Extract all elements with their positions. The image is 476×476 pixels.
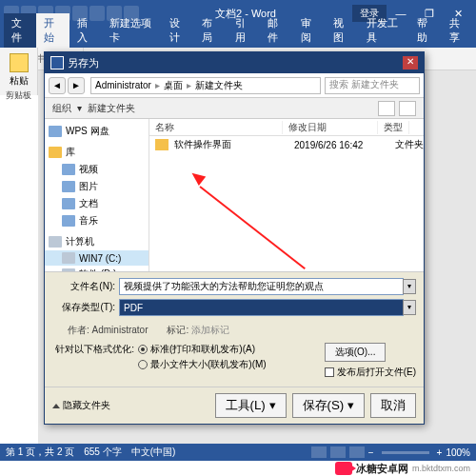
dialog-title: 另存为 (68, 56, 99, 70)
tab-custom[interactable]: 新建选项卡 (102, 13, 161, 48)
checkbox-icon (325, 367, 334, 377)
sidebar-pictures[interactable]: 图片 (45, 178, 149, 195)
filename-input[interactable]: 视频提供了功能强大的方法帮助您证明您的观点 (119, 278, 404, 295)
ribbon-tabs: 文件 开始 插入 新建选项卡 设计 布局 引用 邮件 审阅 视图 开发工具 帮助… (0, 27, 476, 48)
disk-icon (62, 252, 75, 264)
cancel-button[interactable]: 取消 (370, 393, 416, 418)
page-indicator[interactable]: 第 1 页，共 2 页 (6, 446, 74, 459)
tab-file[interactable]: 文件 (4, 13, 36, 48)
dialog-form: 文件名(N): 视频提供了功能强大的方法帮助您证明您的观点 ▾ 保存类型(T):… (45, 271, 424, 387)
col-date[interactable]: 修改日期 (283, 121, 378, 134)
dialog-footer: 隐藏文件夹 工具(L) ▾ 保存(S) ▾ 取消 (45, 387, 424, 424)
filetype-select[interactable]: PDF (119, 299, 404, 316)
help-button[interactable] (399, 101, 416, 116)
folder-icon (155, 139, 169, 150)
tab-layout[interactable]: 布局 (194, 13, 227, 48)
dialog-close-button[interactable]: ✕ (403, 56, 418, 69)
col-name[interactable]: 名称 (149, 121, 283, 134)
breadcrumb-seg[interactable]: Administrator (95, 80, 151, 90)
library-icon (49, 147, 62, 158)
sidebar-wps[interactable]: WPS 网盘 (45, 123, 149, 140)
dialog-body: WPS 网盘 库 视频 图片 文档 音乐 计算机 WIN7 (C:) 软件 (D… (45, 119, 424, 271)
sidebar-drive-c[interactable]: WIN7 (C:) (45, 250, 149, 266)
filetype-label: 保存类型(T): (52, 301, 119, 314)
tab-help[interactable]: 帮助 (409, 13, 442, 48)
music-icon (62, 215, 75, 227)
tab-insert[interactable]: 插入 (69, 13, 102, 48)
chevron-up-icon (52, 404, 60, 408)
optimize-standard-radio[interactable]: 标准(打印和联机发布)(A) (138, 343, 267, 356)
filetype-dropdown[interactable]: ▾ (403, 300, 416, 315)
dialog-nav-bar: ◄ ► Administrator▸ 桌面▸ 新建文件夹 搜索 新建文件夹 (45, 73, 424, 98)
tab-mailings[interactable]: 邮件 (260, 13, 292, 48)
sidebar-libraries[interactable]: 库 (45, 144, 149, 161)
tags-value[interactable]: 添加标记 (191, 325, 229, 335)
disk-icon (62, 268, 75, 271)
optimize-minimum-radio[interactable]: 最小文件大小(联机发布)(M) (138, 358, 267, 371)
view-print-icon[interactable] (330, 446, 346, 458)
save-as-dialog: 另存为 ✕ ◄ ► Administrator▸ 桌面▸ 新建文件夹 搜索 新建… (44, 51, 425, 425)
file-type: 文件夹 (395, 138, 424, 151)
sidebar-videos[interactable]: 视频 (45, 161, 149, 178)
tools-menu[interactable]: 工具(L) ▾ (215, 393, 287, 418)
watermark-logo-icon (335, 462, 352, 475)
file-name: 软件操作界面 (174, 138, 288, 151)
paste-label: 粘贴 (0, 74, 37, 88)
options-button[interactable]: 选项(O)... (325, 343, 387, 362)
breadcrumb-seg[interactable]: 桌面 (164, 79, 183, 92)
zoom-out-button[interactable]: − (368, 447, 374, 458)
tab-design[interactable]: 设计 (162, 13, 194, 48)
tab-references[interactable]: 引用 (228, 13, 260, 48)
view-web-icon[interactable] (349, 446, 365, 458)
nav-forward-button[interactable]: ► (68, 77, 85, 94)
radio-icon (138, 360, 148, 369)
paste-icon[interactable] (10, 53, 29, 72)
nav-back-button[interactable]: ◄ (49, 77, 66, 94)
watermark-name: 冰糖安卓网 (356, 462, 408, 476)
tab-home[interactable]: 开始 (36, 13, 69, 48)
watermark: 冰糖安卓网 m.bktdtxm.com (335, 461, 470, 476)
dialog-toolbar: 组织 ▾ 新建文件夹 (45, 98, 424, 119)
author-value[interactable]: Administrator (92, 325, 149, 335)
view-read-icon[interactable] (311, 446, 327, 458)
search-input[interactable]: 搜索 新建文件夹 (325, 77, 420, 94)
watermark-url: m.bktdtxm.com (412, 464, 470, 473)
zoom-in-button[interactable]: + (437, 447, 443, 458)
zoom-slider[interactable] (382, 451, 429, 454)
open-after-checkbox[interactable]: 发布后打开文件(E) (325, 366, 416, 379)
document-icon (62, 198, 75, 209)
computer-icon (49, 236, 62, 248)
sidebar-computer[interactable]: 计算机 (45, 233, 149, 250)
file-row[interactable]: 软件操作界面 2019/6/26 16:42 文件夹 (149, 136, 424, 153)
word-icon (50, 56, 64, 69)
view-mode-button[interactable] (378, 101, 395, 116)
breadcrumb-seg[interactable]: 新建文件夹 (195, 79, 243, 92)
share-button[interactable]: 共享 (442, 13, 472, 48)
filename-dropdown[interactable]: ▾ (403, 279, 416, 294)
sidebar-music[interactable]: 音乐 (45, 212, 149, 229)
clipboard-group: 粘贴 剪贴板 (0, 48, 38, 95)
radio-icon (138, 345, 148, 354)
file-list-header: 名称 修改日期 类型 (149, 119, 424, 136)
filename-label: 文件名(N): (52, 280, 119, 293)
dialog-titlebar: 另存为 ✕ (45, 52, 424, 73)
sidebar-documents[interactable]: 文档 (45, 195, 149, 212)
nav-sidebar: WPS 网盘 库 视频 图片 文档 音乐 计算机 WIN7 (C:) 软件 (D… (45, 119, 149, 271)
hide-folders-toggle[interactable]: 隐藏文件夹 (52, 399, 110, 412)
status-bar: 第 1 页，共 2 页 655 个字 中文(中国) − + 100% (0, 444, 476, 461)
file-date: 2019/6/26 16:42 (294, 140, 389, 150)
word-count[interactable]: 655 个字 (84, 446, 121, 459)
breadcrumb[interactable]: Administrator▸ 桌面▸ 新建文件夹 (90, 77, 321, 94)
author-label: 作者: (68, 325, 89, 335)
language-indicator[interactable]: 中文(中国) (131, 446, 176, 459)
new-folder-button[interactable]: 新建文件夹 (88, 102, 135, 115)
save-button[interactable]: 保存(S) ▾ (292, 393, 365, 418)
col-type[interactable]: 类型 (378, 121, 409, 134)
sidebar-drive-d[interactable]: 软件 (D:) (45, 266, 149, 271)
tab-developer[interactable]: 开发工具 (359, 13, 409, 48)
tab-review[interactable]: 审阅 (293, 13, 326, 48)
tab-view[interactable]: 视图 (326, 13, 358, 48)
zoom-level[interactable]: 100% (446, 447, 470, 458)
organize-menu[interactable]: 组织 (52, 102, 71, 115)
clipboard-label: 剪贴板 (0, 89, 37, 102)
